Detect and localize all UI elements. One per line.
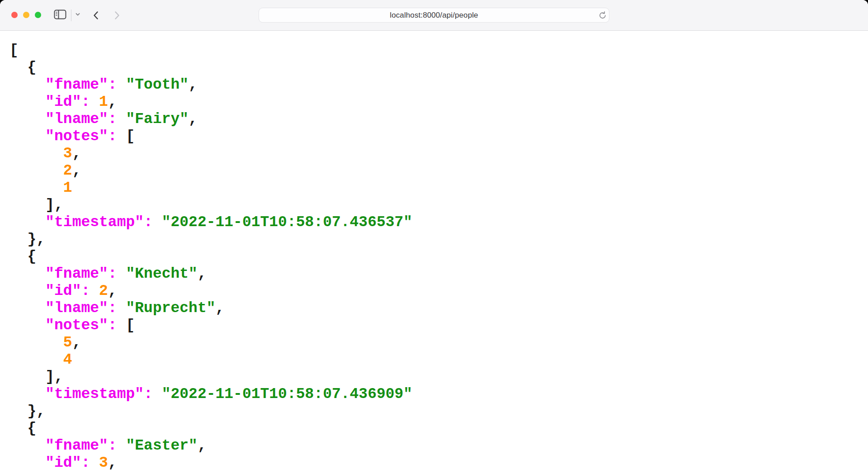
reload-icon (598, 11, 607, 20)
json-response-view: [ { "fname": "Tooth", "id": 1, "lname": … (0, 31, 868, 474)
code-line: "id": 1, (9, 94, 868, 111)
code-line: "timestamp": "2022-11-01T10:58:07.436537… (9, 214, 868, 231)
sidebar-toggle-group (53, 0, 81, 31)
code-line: }, (9, 403, 868, 420)
code-line: "fname": "Easter", (9, 437, 868, 455)
code-line: { (9, 59, 868, 76)
code-line: { (9, 420, 868, 437)
forward-icon (111, 10, 122, 21)
url-bar[interactable]: localhost:8000/api/people (259, 8, 609, 23)
code-line: ], (9, 197, 868, 214)
sidebar-icon[interactable] (53, 9, 67, 22)
code-line: "id": 3, (9, 455, 868, 472)
toolbar-divider (71, 9, 71, 21)
minimize-button[interactable] (23, 12, 29, 18)
url-text: localhost:8000/api/people (259, 8, 609, 22)
browser-window: localhost:8000/api/people [ { "fname": "… (0, 0, 868, 474)
code-line: "lname": "Ruprecht", (9, 300, 868, 317)
code-line: "notes": [ (9, 317, 868, 334)
code-line: "fname": "Knecht", (9, 265, 868, 283)
code-line: 3, (9, 145, 868, 162)
code-line: [ (9, 42, 868, 59)
code-line: "id": 2, (9, 283, 868, 300)
browser-toolbar: localhost:8000/api/people (0, 0, 868, 31)
back-icon (91, 10, 102, 21)
code-line: { (9, 248, 868, 265)
code-line: }, (9, 231, 868, 248)
code-line: 4 (9, 351, 868, 369)
code-line: 2, (9, 162, 868, 180)
code-line: "timestamp": "2022-11-01T10:58:07.436909… (9, 386, 868, 403)
code-line: "lname": "Fairy", (9, 111, 868, 128)
zoom-button[interactable] (35, 12, 41, 18)
close-button[interactable] (11, 12, 18, 18)
code-line: "fname": "Tooth", (9, 76, 868, 94)
chevron-down-icon[interactable] (75, 11, 81, 19)
traffic-lights (11, 12, 41, 18)
json-code: [ { "fname": "Tooth", "id": 1, "lname": … (9, 42, 868, 472)
forward-button[interactable] (111, 9, 123, 21)
code-line: 5, (9, 334, 868, 351)
back-button[interactable] (90, 9, 102, 21)
reload-button[interactable] (597, 10, 608, 21)
code-line: ], (9, 369, 868, 386)
code-line: "notes": [ (9, 128, 868, 145)
code-line: 1 (9, 180, 868, 197)
